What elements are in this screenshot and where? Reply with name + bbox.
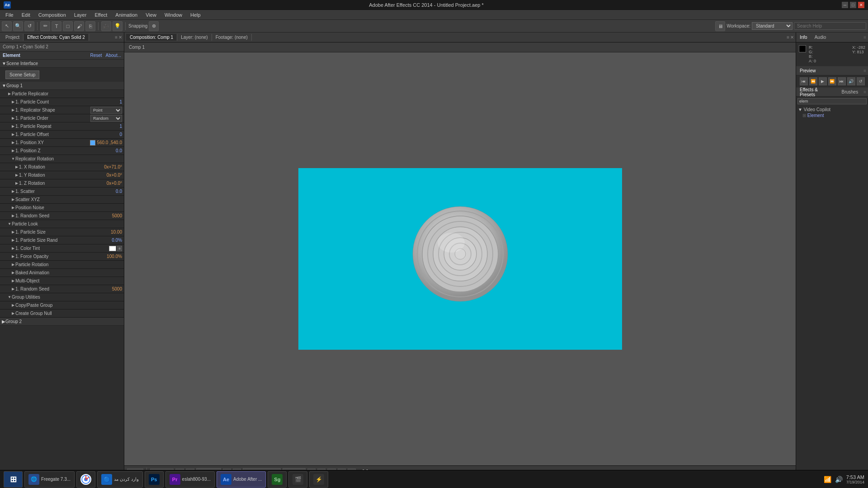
comp-panel-menu[interactable]: ≡ xyxy=(787,35,789,40)
toolbar-info-toggle[interactable]: 🖥 xyxy=(715,21,725,31)
ep-menu[interactable]: ≡ xyxy=(863,89,866,94)
reset-btn[interactable]: Reset xyxy=(90,53,102,58)
color-tint-swatch[interactable] xyxy=(109,246,116,251)
toolbar-zoom[interactable]: 🔍 xyxy=(13,21,23,31)
taskbar-freegate[interactable]: 🌐 Freegate 7.3... xyxy=(24,471,75,488)
toolbar-clone[interactable]: ⎘ xyxy=(85,21,95,31)
particle-order-row: ▶ 1. Particle Order Random xyxy=(0,114,124,122)
comp-tab[interactable]: Composition: Comp 1 xyxy=(126,34,177,41)
copy-paste-group-row: ▶ Copy/Paste Group xyxy=(0,301,124,310)
minimize-button[interactable]: ─ xyxy=(842,2,848,8)
scene-interface-header[interactable]: ▼ Scene Interface xyxy=(0,60,124,68)
close-button[interactable]: ✕ xyxy=(858,2,864,8)
scatter-xyz-row: ▶ Scatter XYZ xyxy=(0,196,124,204)
taskbar-app8[interactable]: 🎬 xyxy=(288,471,307,488)
effect-controls-tab[interactable]: Effect Controls: Cyan Solid 2 xyxy=(24,34,89,41)
particle-order-select[interactable]: Random xyxy=(90,115,122,122)
toolbar-brush[interactable]: 🖌 xyxy=(74,21,84,31)
network-icon[interactable]: 📶 xyxy=(824,476,831,483)
preview-menu[interactable]: ≡ xyxy=(863,68,866,73)
comp-name-label: Comp 1 xyxy=(127,44,146,50)
import-label: وارد کردن مد xyxy=(114,477,139,482)
taskbar-right: 📶 🔊 7:53 AM 7/19/2014 xyxy=(824,474,864,484)
panel-close-btn[interactable]: ✕ xyxy=(118,35,122,40)
workspace-select[interactable]: Standard xyxy=(752,22,793,30)
element-preset[interactable]: ⊞ Element xyxy=(797,113,867,118)
audio-tab[interactable]: Audio xyxy=(813,34,828,41)
position-noise-row: ▶ Position Noise xyxy=(0,204,124,212)
menu-file[interactable]: File xyxy=(2,11,17,19)
toolbar-shape[interactable]: □ xyxy=(63,21,73,31)
group1-header[interactable]: ▼ Group 1 xyxy=(0,82,124,90)
taskbar-app9[interactable]: ⚡ xyxy=(309,471,328,488)
prev-back[interactable]: ⏪ xyxy=(809,77,817,85)
toolbar-select[interactable]: ↖ xyxy=(2,21,12,31)
about-btn[interactable]: About... xyxy=(106,53,121,58)
start-button[interactable]: ⊞ xyxy=(4,471,23,488)
prev-forward[interactable]: ⏩ xyxy=(828,77,836,85)
prev-last[interactable]: ⏭ xyxy=(838,77,846,85)
taskbar-eslah[interactable]: Pr eslah800-93... xyxy=(165,471,215,488)
maximize-button[interactable]: □ xyxy=(850,2,856,8)
menu-composition[interactable]: Composition xyxy=(35,11,70,19)
brushes-tab[interactable]: Brushes xyxy=(840,89,860,95)
info-panel-menu[interactable]: ≡ xyxy=(863,35,866,40)
taskbar-chrome[interactable] xyxy=(76,471,95,488)
toolbar-magnet[interactable]: ⊕ xyxy=(149,21,159,31)
search-help-input[interactable] xyxy=(794,22,866,30)
ep-search-input[interactable] xyxy=(797,98,867,104)
menu-animation[interactable]: Animation xyxy=(112,11,141,19)
toolbar-light[interactable]: 💡 xyxy=(113,21,123,31)
taskbar: ⊞ 🌐 Freegate 7.3... 🔵 وارد کردن مد Ps Pr xyxy=(0,470,868,488)
replicator-rotation-row: ▼ Replicator Rotation xyxy=(0,155,124,163)
taskbar-ae[interactable]: Ae Adobe After ... xyxy=(217,471,266,488)
scene-setup-btn[interactable]: Scene Setup xyxy=(5,70,39,79)
menu-view[interactable]: View xyxy=(142,11,160,19)
toolbar-camera[interactable]: 🎥 xyxy=(101,21,111,31)
effects-presets-tab[interactable]: Effects & Presets xyxy=(798,87,836,98)
taskbar-photoshop[interactable]: Ps xyxy=(145,471,164,488)
info-a: A: 0 xyxy=(809,59,816,63)
video-copilot-category[interactable]: ▼ Video Copilot xyxy=(797,107,867,113)
comp-top-bar: Comp 1 xyxy=(124,42,796,52)
toolbar-pen[interactable]: ✏ xyxy=(40,21,50,31)
prev-loop[interactable]: ↺ xyxy=(857,77,865,85)
pr-icon: Pr xyxy=(170,474,180,485)
comp-viewport[interactable] xyxy=(124,52,796,465)
import-icon: 🔵 xyxy=(101,474,112,485)
menu-layer[interactable]: Layer xyxy=(71,11,90,19)
project-tab[interactable]: Project xyxy=(2,34,24,41)
color-tint-eyedropper[interactable]: ≡ xyxy=(117,246,122,251)
group1-label: Group 1 xyxy=(6,83,23,88)
prev-audio[interactable]: 🔊 xyxy=(847,77,855,85)
effect-controls-content: ▼ Scene Interface Scene Setup ▼ Group 1 … xyxy=(0,60,124,477)
volume-icon[interactable]: 🔊 xyxy=(835,476,843,483)
replicator-shape-row: ▶ 1. Replicator Shape Point xyxy=(0,106,124,114)
random-seed2-row: ▶ 1. Random Seed 5000 xyxy=(0,285,124,293)
preview-tab[interactable]: Preview xyxy=(798,67,818,74)
color-tint-row: ▶ 1. Color Tint ≡ xyxy=(0,244,124,253)
info-tab[interactable]: Info xyxy=(798,34,809,41)
menu-window[interactable]: Window xyxy=(161,11,186,19)
position-xy-icon xyxy=(90,140,95,145)
menu-help[interactable]: Help xyxy=(187,11,204,19)
menu-edit[interactable]: Edit xyxy=(18,11,34,19)
info-y: Y: 813 xyxy=(852,50,865,54)
scene-triangle: ▼ xyxy=(2,61,6,66)
menu-effect[interactable]: Effect xyxy=(91,11,111,19)
title-bar: Ae Adobe After Effects CC 2014 - Untitle… xyxy=(0,0,868,10)
chrome-icon xyxy=(80,474,91,485)
group2-header[interactable]: ▶ Group 2 xyxy=(0,318,124,326)
toolbar-text[interactable]: T xyxy=(52,21,61,31)
prev-play[interactable]: ▶ xyxy=(819,77,827,85)
footage-tab[interactable]: Footage: (none) xyxy=(212,34,252,41)
start-icon: ⊞ xyxy=(8,474,19,485)
replicator-shape-select[interactable]: Point xyxy=(90,107,122,114)
prev-first[interactable]: ⏮ xyxy=(800,77,808,85)
comp-panel-close[interactable]: ✕ xyxy=(790,35,794,40)
taskbar-speedgrade[interactable]: Sg xyxy=(268,471,287,488)
toolbar-rotate[interactable]: ↺ xyxy=(24,21,34,31)
taskbar-import[interactable]: 🔵 وارد کردن مد xyxy=(97,471,143,488)
panel-menu-btn[interactable]: ≡ xyxy=(115,35,118,40)
layer-tab[interactable]: Layer: (none) xyxy=(177,34,212,41)
